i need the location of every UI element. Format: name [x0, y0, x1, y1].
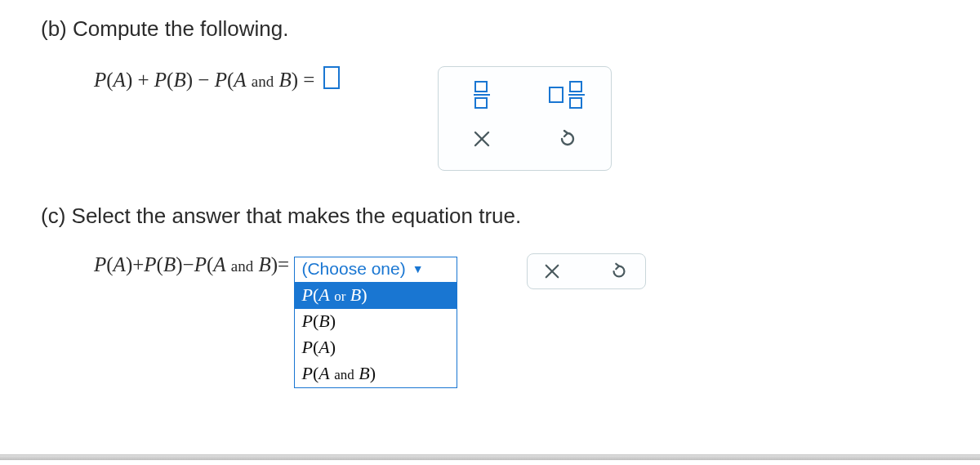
part-b-label: (b): [41, 16, 67, 41]
dropdown-option-a-or-b[interactable]: P(A or B): [295, 283, 457, 309]
close-icon: [473, 130, 491, 148]
fraction-tool-button[interactable]: [461, 78, 502, 111]
svg-rect-3: [550, 87, 563, 102]
part-b-equation: P(A) + P(B) − P(A and B) =: [41, 66, 340, 92]
window-divider: [0, 454, 980, 460]
dropdown-option-a-and-b[interactable]: P(A and B): [295, 361, 457, 387]
part-c-equation: P(A)+P(B)−P(A and B)= (Choose one) ▼ P(A…: [41, 253, 457, 283]
part-b-toolbox: [438, 66, 612, 171]
answer-dropdown[interactable]: (Choose one) ▼: [294, 257, 457, 283]
mixed-number-tool-button[interactable]: [547, 78, 588, 111]
dropdown-placeholder: (Choose one): [301, 259, 405, 279]
dropdown-option-a[interactable]: P(A): [295, 335, 457, 361]
clear-button[interactable]: [461, 123, 502, 155]
part-b-text: Compute the following.: [73, 16, 288, 41]
svg-rect-6: [570, 98, 581, 108]
part-c-text: Select the answer that makes the equatio…: [72, 203, 522, 228]
undo-icon: [557, 128, 578, 150]
svg-rect-0: [475, 82, 487, 92]
part-c-toolbox: [527, 253, 646, 289]
dropdown-option-b[interactable]: P(B): [295, 309, 457, 335]
svg-rect-2: [475, 98, 487, 108]
part-b-prompt: (b) Compute the following.: [41, 16, 939, 42]
part-c-label: (c): [41, 203, 65, 228]
part-c-prompt: (c) Select the answer that makes the equ…: [41, 203, 939, 229]
undo-button-c[interactable]: [609, 262, 629, 281]
part-b-answer-input[interactable]: [323, 66, 340, 89]
dropdown-list: P(A or B) P(B) P(A) P(A and B): [294, 283, 457, 388]
clear-button-c[interactable]: [544, 263, 560, 279]
svg-rect-4: [570, 82, 581, 92]
undo-icon: [609, 262, 629, 281]
close-icon: [544, 263, 560, 279]
undo-button[interactable]: [547, 123, 588, 155]
chevron-down-icon: ▼: [412, 262, 424, 275]
